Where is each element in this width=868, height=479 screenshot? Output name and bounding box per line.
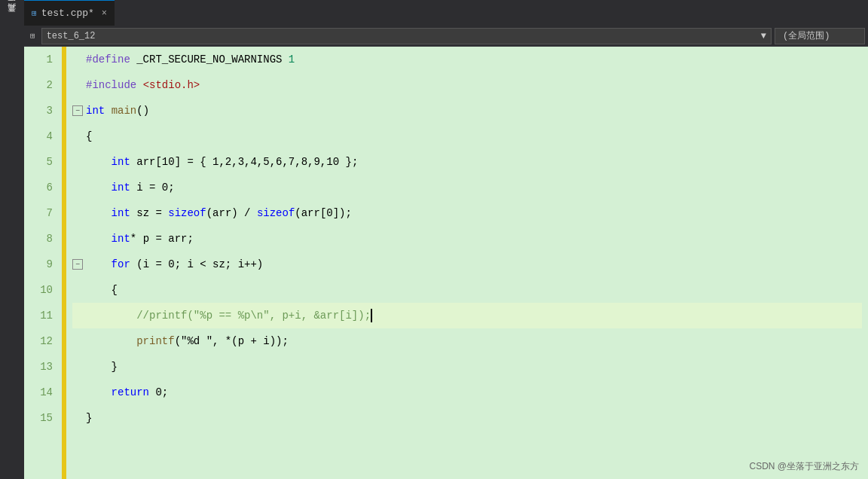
token-kw-blue: return: [112, 386, 149, 398]
token-plain: {: [86, 130, 92, 142]
code-line: }: [72, 405, 862, 431]
editor-area: 123456789101112131415 #define _CRT_SECUR…: [24, 47, 868, 479]
token-plain: [86, 156, 112, 168]
token-plain: (arr[0]);: [295, 207, 352, 219]
line-number: 10: [30, 277, 53, 303]
nav-dropdown-value: test_6_12: [47, 31, 96, 41]
token-plain: [86, 386, 112, 398]
token-kw-blue: sizeof: [168, 207, 206, 219]
line-number: 7: [30, 200, 53, 226]
token-plain: }: [86, 361, 118, 373]
line-number: 4: [30, 124, 53, 149]
token-kw-blue: int: [112, 156, 130, 168]
token-func-name: main: [112, 105, 137, 117]
token-plain: _CRT_SECURE_NO_WARNINGS: [130, 53, 289, 66]
line-number: 6: [30, 175, 53, 200]
code-line: }: [72, 354, 862, 380]
token-kw-blue: sizeof: [257, 207, 295, 219]
line-number: 14: [30, 380, 53, 405]
line-number: 12: [30, 328, 53, 354]
code-line: −int main(): [72, 98, 862, 124]
sidebar-item-solution-explorer[interactable]: 解决方案资源管理器: [5, 3, 20, 12]
token-kw-blue: int: [112, 182, 130, 194]
token-plain: [86, 258, 112, 270]
token-func-name: printf: [136, 335, 174, 347]
main-area: ⊞ test.cpp* × ⊞ test_6_12 ▼ (全局范围) 12345…: [24, 0, 868, 479]
sidebar: 解决方案资源管理器 工具箱: [0, 0, 24, 479]
nav-dropdown[interactable]: test_6_12 ▼: [41, 28, 772, 44]
code-line: − for (i = 0; i < sz; i++): [72, 252, 862, 277]
code-line: printf("%d ", *(p + i));: [72, 328, 862, 354]
token-comment: //printf("%p == %p\n", p+i, &arr[i]);: [136, 310, 371, 322]
token-plain: (): [136, 105, 149, 117]
code-line: {: [72, 124, 862, 149]
token-plain: [105, 105, 111, 117]
token-plain: {: [86, 284, 118, 296]
line-number: 13: [30, 354, 53, 380]
tab-close-button[interactable]: ×: [102, 8, 107, 19]
token-kw-macro: #define: [86, 53, 130, 66]
token-kw-blue: for: [112, 258, 130, 270]
token-kw-blue: int: [86, 105, 105, 117]
token-plain: * p = arr;: [130, 233, 194, 245]
line-numbers: 123456789101112131415: [24, 47, 62, 479]
token-plain: [86, 207, 112, 219]
line-number: 5: [30, 149, 53, 175]
token-number: 1: [289, 53, 295, 66]
code-line: return 0;: [72, 380, 862, 405]
line-number: 9: [30, 252, 53, 277]
line-number: 3: [30, 98, 53, 124]
token-plain: [86, 335, 136, 347]
code-line: int arr[10] = { 1,2,3,4,5,6,7,8,9,10 };: [72, 149, 862, 175]
collapse-button[interactable]: −: [72, 105, 83, 116]
token-kw-blue: int: [112, 233, 130, 245]
nav-file-icon: ⊞: [27, 29, 38, 42]
token-plain: (i = 0; i < sz; i++): [130, 258, 263, 270]
tab-test-cpp[interactable]: ⊞ test.cpp* ×: [24, 0, 115, 26]
line-number: 1: [30, 47, 53, 72]
code-line: //printf("%p == %p\n", p+i, &arr[i]);: [72, 303, 862, 328]
collapse-button[interactable]: −: [72, 259, 83, 270]
token-plain: arr[10] = { 1,2,3,4,5,6,7,8,9,10 };: [130, 156, 358, 168]
tab-bar: ⊞ test.cpp* ×: [24, 0, 868, 26]
line-number: 15: [30, 405, 53, 431]
line-number: 2: [30, 72, 53, 98]
token-plain: [86, 310, 136, 322]
token-kw-blue: int: [112, 207, 130, 219]
line-number: 11: [30, 303, 53, 328]
code-line: int* p = arr;: [72, 226, 862, 252]
nav-scope: (全局范围): [775, 28, 865, 44]
token-plain: sz =: [130, 207, 168, 219]
token-plain: 0;: [149, 386, 168, 398]
token-plain: (arr) /: [206, 207, 257, 219]
code-line: {: [72, 277, 862, 303]
token-plain: ("%d ", *(p + i));: [175, 335, 289, 347]
tab-filename: test.cpp*: [41, 8, 94, 19]
token-include-file: <stdio.h>: [143, 79, 200, 91]
token-plain: [86, 182, 112, 194]
nav-dropdown-arrow: ▼: [761, 31, 766, 41]
token-plain: i = 0;: [130, 182, 175, 194]
code-line: int i = 0;: [72, 175, 862, 200]
token-plain: }: [86, 412, 92, 424]
nav-scope-value: (全局范围): [783, 29, 830, 42]
token-plain: [86, 233, 112, 245]
token-kw-macro: #include: [86, 79, 143, 91]
text-cursor: [371, 309, 372, 322]
nav-bar: ⊞ test_6_12 ▼ (全局范围): [24, 26, 868, 47]
line-number: 8: [30, 226, 53, 252]
code-line: int sz = sizeof(arr) / sizeof(arr[0]);: [72, 200, 862, 226]
tab-file-icon: ⊞: [32, 8, 37, 18]
code-line: #include <stdio.h>: [72, 72, 862, 98]
sidebar-item-toolbox[interactable]: 工具箱: [5, 14, 20, 23]
code-line: #define _CRT_SECURE_NO_WARNINGS 1: [72, 47, 862, 72]
code-area[interactable]: #define _CRT_SECURE_NO_WARNINGS 1#includ…: [66, 47, 868, 479]
